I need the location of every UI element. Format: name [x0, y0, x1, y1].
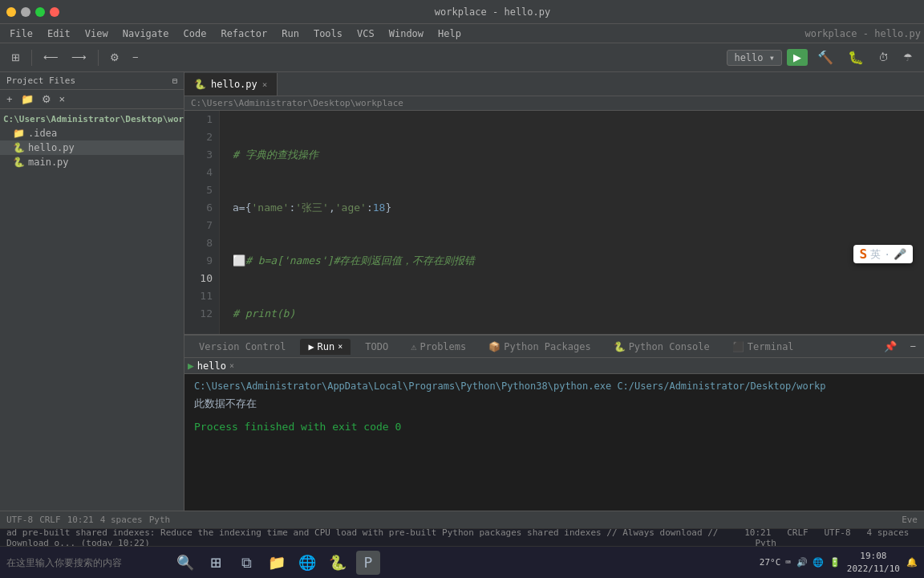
toolbar-nav-back[interactable]: ⟵ — [38, 48, 63, 67]
systray-icons: ⌨ 🔊 🌐 🔋 — [785, 557, 841, 568]
notification-area[interactable]: 🔔 — [906, 557, 918, 568]
toolbar-project-structure[interactable]: ⊞ — [6, 48, 25, 67]
tab-close-icon[interactable]: × — [262, 79, 268, 90]
sidebar-new-file[interactable]: + — [3, 92, 16, 107]
terminal-hide[interactable]: − — [905, 337, 921, 356]
line-num-8: 8 — [191, 234, 213, 252]
coverage-button[interactable]: ☂ — [898, 48, 918, 67]
tab-terminal[interactable]: ⬛ Terminal — [724, 339, 802, 355]
bottom-info-text: ad pre-built shared indexes: Reduce the … — [6, 527, 744, 548]
menu-vcs[interactable]: VCS — [351, 26, 381, 41]
bottom-right-info: 10:21 CRLF UTF-8 4 spaces Pyth — [744, 527, 918, 548]
status-encoding: UTF-8 — [6, 515, 33, 525]
hello-run-icon: ▶ — [188, 360, 194, 372]
tab-version-control[interactable]: Version Control — [191, 339, 294, 355]
sidebar-settings[interactable]: ⚙ — [38, 92, 55, 107]
toolbar-nav-forward[interactable]: ⟶ — [67, 48, 91, 67]
bottom-tabs: Version Control ▶ Run × TODO ⚠ Problem — [188, 339, 805, 355]
terminal-output: 此数据不存在 — [194, 396, 914, 413]
toolbar-minus[interactable]: − — [128, 48, 144, 67]
code-content[interactable]: # 字典的查找操作 a={'name':'张三','age':18} ⬜ # b… — [220, 111, 913, 334]
ime-indicator[interactable]: S 英 · 🎤 — [853, 245, 913, 263]
code-text-3: # b=a['names']#存在则返回值，不存在则报错 — [245, 252, 475, 270]
tab-hello-icon: 🐍 — [194, 79, 206, 90]
menu-refactor[interactable]: Refactor — [214, 26, 274, 41]
clock-time: 19:08 — [847, 550, 900, 562]
file-idea[interactable]: 📁 .idea — [0, 126, 184, 140]
menu-file[interactable]: File — [3, 26, 39, 41]
run-tab-close[interactable]: × — [338, 342, 342, 351]
run-config-selector[interactable]: hello ▾ — [727, 50, 782, 66]
code-breakpoint-3: ⬜ — [233, 252, 245, 270]
close-button[interactable] — [50, 7, 59, 17]
toolbar-settings[interactable]: ⚙ — [105, 48, 124, 67]
menu-navigate[interactable]: Navigate — [116, 26, 176, 41]
terminal-area: Version Control ▶ Run × TODO ⚠ Problem — [184, 334, 924, 511]
run-button[interactable]: ▶ — [787, 49, 808, 66]
sidebar-close[interactable]: × — [56, 92, 69, 107]
tab-python-packages[interactable]: 📦 Python Packages — [480, 339, 598, 355]
code-brace-close: } — [385, 199, 391, 217]
taskbar-pycharm[interactable]: P — [356, 551, 380, 575]
taskbar-windows-icon[interactable]: ⊞ — [204, 551, 228, 575]
taskbar-explorer[interactable]: 📁 — [265, 551, 289, 575]
taskbar-clock[interactable]: 19:08 2022/11/10 — [847, 550, 900, 575]
version-control-label: Version Control — [199, 341, 286, 352]
menu-tools[interactable]: Tools — [307, 26, 349, 41]
profile-button[interactable]: ⏱ — [873, 48, 894, 67]
ime-mic[interactable]: 🎤 — [894, 248, 906, 260]
terminal-icon: ⬛ — [732, 341, 744, 352]
minimize-button2[interactable] — [21, 7, 30, 17]
window-title: workplace - hello.py — [435, 6, 551, 18]
tab-run[interactable]: ▶ Run × — [300, 339, 351, 355]
tab-python-console[interactable]: 🐍 Python Console — [606, 339, 718, 355]
menu-edit[interactable]: Edit — [41, 26, 77, 41]
file-main-py[interactable]: 🐍 main.py — [0, 155, 184, 169]
code-colon-2: : — [367, 199, 373, 217]
taskbar-taskview[interactable]: ⧉ — [234, 551, 258, 575]
maximize-button[interactable] — [35, 7, 45, 17]
hello-icon: 🐍 — [13, 142, 25, 153]
hello-run-close[interactable]: × — [229, 361, 234, 370]
python-console-icon: 🐍 — [614, 341, 626, 352]
code-val-18: 18 — [373, 199, 386, 217]
tab-problems[interactable]: ⚠ Problems — [403, 339, 474, 355]
menu-window[interactable]: Window — [383, 26, 430, 41]
build-button[interactable]: 🔨 — [813, 47, 838, 68]
menu-view[interactable]: View — [79, 26, 115, 41]
root-path: C:\Users\Administrator\Desktop\workplace — [3, 114, 184, 124]
taskbar-python-icon[interactable]: 🐍 — [326, 551, 350, 575]
project-root[interactable]: C:\Users\Administrator\Desktop\workplace — [0, 112, 184, 126]
app-title-inline: workplace - hello.py — [805, 28, 922, 39]
menu-run[interactable]: Run — [275, 26, 306, 41]
line-num-3: 3 — [191, 146, 213, 164]
code-editor[interactable]: 1 2 3 4 5 6 7 8 9 10 11 12 # 字典的查找操作 a= — [184, 111, 924, 334]
file-hello-py[interactable]: 🐍 hello.py — [0, 140, 184, 155]
sidebar-collapse[interactable]: ⊟ — [172, 76, 177, 85]
menu-help[interactable]: Help — [432, 26, 468, 41]
code-val-zhangsan: '张三' — [295, 199, 329, 217]
code-var-a: a — [233, 199, 239, 217]
editor-right-gutter — [913, 111, 924, 334]
taskbar-search[interactable] — [6, 557, 167, 568]
taskbar-search-icon[interactable]: 🔍 — [173, 551, 197, 575]
tab-todo[interactable]: TODO — [357, 339, 396, 355]
sidebar-toolbar: + 📁 ⚙ × — [0, 90, 184, 109]
terminal-content[interactable]: C:\Users\Administrator\AppData\Local\Pro… — [184, 374, 924, 511]
line-num-1: 1 — [191, 111, 213, 128]
terminal-label: Terminal — [748, 341, 794, 352]
run-config-area: hello ▾ ▶ 🔨 🐛 ⏱ ☂ — [727, 47, 918, 68]
terminal-pin[interactable]: 📌 — [879, 337, 902, 356]
status-event: Eve — [902, 515, 918, 525]
taskbar: 🔍 ⊞ ⧉ 📁 🌐 🐍 P 27°C ⌨ 🔊 🌐 🔋 19:08 2022/11… — [0, 546, 924, 578]
line-num-2: 2 — [191, 128, 213, 146]
tab-hello-py[interactable]: 🐍 hello.py × — [184, 73, 278, 96]
sidebar-new-dir[interactable]: 📁 — [18, 92, 37, 107]
taskbar-edge[interactable]: 🌐 — [295, 551, 319, 575]
debug-button[interactable]: 🐛 — [843, 47, 869, 68]
line-num-11: 11 — [191, 287, 213, 305]
status-indent: 4 spaces — [100, 515, 143, 525]
window-controls[interactable] — [6, 7, 59, 17]
menu-code[interactable]: Code — [177, 26, 213, 41]
minimize-button[interactable] — [6, 7, 16, 17]
